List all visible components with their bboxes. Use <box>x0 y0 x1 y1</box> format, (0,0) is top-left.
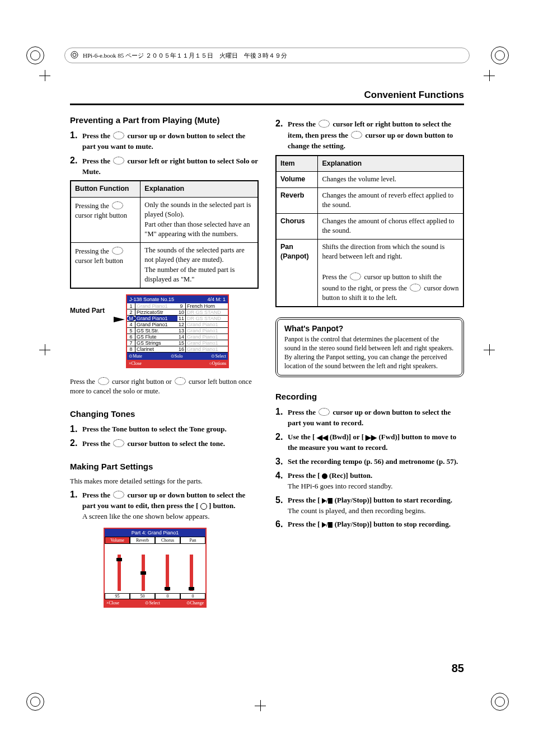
circle-icon <box>200 503 207 510</box>
shot-title-r: 4/4 M: 1 <box>207 297 226 302</box>
rule <box>70 104 464 105</box>
right-column: 2. Press the cursor left or right button… <box>275 115 464 608</box>
registration-b-icon <box>255 700 266 711</box>
mute-step-1: Press the cursor up or down button to se… <box>82 130 259 152</box>
cursor-icon <box>410 284 421 292</box>
pshot-val: 0 <box>180 593 205 599</box>
th: Item <box>276 156 318 172</box>
pshot-val: 0 <box>155 593 180 599</box>
svg-point-0 <box>71 51 78 58</box>
td: Reverb <box>276 187 318 213</box>
tones-heading: Changing Tones <box>70 409 259 419</box>
crop-mark-tr <box>488 44 510 66</box>
part-settings-heading: Making Part Settings <box>70 462 259 471</box>
pshot-tab: Reverb <box>130 537 155 544</box>
mute-table: Button Function Explanation Pressing the… <box>70 180 259 289</box>
cursor-icon <box>318 120 330 128</box>
rec-step-6: Press the [ / (Play/Stop)] button to sto… <box>288 519 464 530</box>
fwd-icon: ▶▶ <box>366 433 377 443</box>
right-step-2: Press the cursor left or right button to… <box>288 119 464 152</box>
rec-step-4: Press the [ (Rec)] button.The HPi-6 goes… <box>288 471 464 492</box>
page: HPi-6-e.book 85 ページ ２００５年１１月１５日 火曜日 午後３時… <box>0 0 534 756</box>
td: The sounds of the selected parts are not… <box>140 242 258 288</box>
th: Explanation <box>140 181 258 197</box>
rec-icon <box>322 473 327 479</box>
mute-step-2: Press the cursor left or right button to… <box>82 156 259 177</box>
td: Shifts the direction from which the soun… <box>318 239 463 307</box>
th: Explanation <box>318 156 463 172</box>
book-header: HPi-6-e.book 85 ページ ２００５年１１月１５日 火曜日 午後３時… <box>64 48 470 63</box>
step-num: 4. <box>275 471 288 492</box>
td: Volume <box>276 172 318 188</box>
step-num: 1. <box>70 490 82 522</box>
cursor-icon <box>113 132 124 139</box>
part-settings-step-1: Press the cursor up or down button to se… <box>82 490 259 522</box>
rec-step-2: Use the [ ◀◀ (Bwd)] or [ ▶▶ (Fwd)] butto… <box>288 432 464 453</box>
pshot-foot: ⊙Change <box>186 600 204 605</box>
left-column: Preventing a Part from Playing (Mute) 1.… <box>70 115 259 608</box>
content: Convenient Functions Preventing a Part f… <box>70 90 464 608</box>
step-num: 1. <box>275 407 288 429</box>
shot-foot: ⊙Solo <box>171 354 183 359</box>
cancel-note: Press the cursor right button or cursor … <box>70 376 259 397</box>
shot-bot: ○Options <box>209 361 226 366</box>
registration-r1-icon <box>484 70 495 81</box>
cursor-icon <box>112 247 123 255</box>
step-note: The HPi-6 goes into record standby. <box>288 482 393 490</box>
bwd-icon: ◀◀ <box>317 433 328 443</box>
cursor-icon <box>318 408 330 416</box>
stop-icon <box>328 498 332 504</box>
panpibody: Panpot is the control that determines th… <box>284 335 455 371</box>
cursor-icon <box>113 439 124 447</box>
td: Chorus <box>276 213 318 239</box>
registration-r2-icon <box>484 344 495 355</box>
rec-step-1: Press the cursor up or down button to se… <box>288 407 464 429</box>
step-num: 5. <box>275 495 288 516</box>
book-header-text: HPi-6-e.book 85 ページ ２００５年１１月１５日 火曜日 午後３時… <box>83 51 287 60</box>
cursor-icon <box>113 491 124 499</box>
step-num: 1. <box>70 130 82 152</box>
td: Pan (Panpot) <box>276 239 318 307</box>
td: Pressing the cursor left button <box>71 242 140 288</box>
cursor-icon <box>98 377 109 385</box>
mute-heading: Preventing a Part from Playing (Mute) <box>70 115 259 125</box>
td: Pressing the cursor right button <box>71 197 140 242</box>
crop-mark-tl <box>24 44 46 66</box>
shot-foot: ⊙Select <box>211 354 226 359</box>
pshot-title: Part 4: Grand Piano1 <box>105 529 205 537</box>
recording-heading: Recording <box>275 392 464 401</box>
cursor-icon <box>175 377 186 385</box>
page-number: 85 <box>452 662 464 675</box>
tones-step-2: Press the cursor button to select the to… <box>82 438 259 449</box>
shot-title-l: J-138 Sonate No.15 <box>129 297 174 302</box>
shot-bot: ×Close <box>129 361 142 366</box>
td: Changes the amount of reverb effect appl… <box>318 187 463 213</box>
panpot-title: What's Panpot? <box>284 324 455 333</box>
part-settings-intro: This makes more detailed settings for th… <box>70 477 259 487</box>
cursor-icon <box>350 273 361 280</box>
cursor-icon <box>112 201 123 209</box>
step-num: 3. <box>275 457 288 467</box>
pshot-foot: ⊙Select <box>145 600 160 605</box>
registration-l1-icon <box>39 70 50 81</box>
spiral-icon <box>71 51 78 60</box>
td: Only the sounds in the selected part is … <box>140 197 258 242</box>
th: Button Function <box>71 181 140 197</box>
cursor-icon <box>351 131 362 139</box>
td: Changes the amount of chorus effect appl… <box>318 213 463 239</box>
rec-step-5: Press the [ / (Play/Stop)] button to sta… <box>288 495 464 516</box>
crop-mark-br <box>488 690 510 712</box>
svg-point-1 <box>73 53 76 57</box>
play-icon <box>322 522 326 528</box>
step-num: 6. <box>275 519 288 530</box>
pshot-foot: ×Close <box>106 600 119 605</box>
pshot-val: 50 <box>130 593 155 599</box>
items-table: Item Explanation VolumeChanges the volum… <box>275 155 464 307</box>
part-settings-screenshot: Part 4: Grand Piano1 Volume Reverb Choru… <box>104 528 207 608</box>
step-note: The count is played, and then recording … <box>288 506 426 515</box>
rec-step-3: Set the recording tempo (p. 56) and metr… <box>288 457 464 467</box>
play-icon <box>322 498 326 504</box>
step-num: 2. <box>275 119 288 152</box>
panpot-box: What's Panpot? Panpot is the control tha… <box>275 317 464 378</box>
registration-l2-icon <box>39 344 50 355</box>
